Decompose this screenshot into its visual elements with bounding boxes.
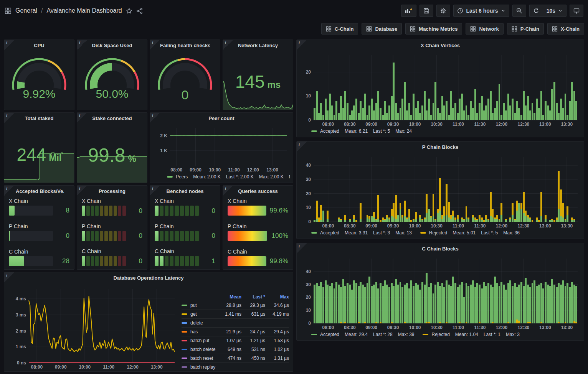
peer-count-chart[interactable]: 08:0009:0010:0011:0012:0013:001 K2 K [153, 124, 290, 173]
lcd-segment [185, 256, 189, 266]
panel-title[interactable]: Queries success [233, 186, 283, 197]
x-chain-vertices-chart[interactable]: 08:0008:3009:0009:3010:0010:3011:0011:30… [300, 51, 581, 127]
legend-item-rejected[interactable]: RejectedMean: 5.01Last *: 5Max: 36 [420, 230, 520, 236]
panel-title[interactable]: Database Operations Latency [14, 272, 283, 284]
panel-info-icon[interactable]: i [77, 40, 87, 50]
legend-series-name[interactable]: get [182, 311, 218, 317]
legend-item-accepted[interactable]: AcceptedMean: 3.31Last *: 3Max: 13 [311, 230, 412, 236]
legend-series-name[interactable]: put [182, 303, 218, 308]
panel-info-icon[interactable]: i [297, 243, 307, 253]
legend-table-header-cell[interactable]: Last * [241, 294, 265, 300]
legend-series-name[interactable]: batch reset [182, 356, 218, 361]
share-button[interactable] [136, 8, 143, 14]
dashboard-link-x-chain[interactable]: X-Chain [547, 23, 584, 35]
dashboard-link-machine-metrics[interactable]: Machine Metrics [405, 23, 462, 35]
panel-info-icon[interactable]: i [4, 113, 14, 123]
panel-info-icon[interactable]: i [297, 142, 307, 152]
svg-text:09:00: 09:00 [190, 167, 202, 173]
dashboard-link-database[interactable]: Database [362, 23, 402, 35]
legend-series-name[interactable]: delete [182, 320, 218, 326]
svg-text:10:30: 10:30 [431, 325, 443, 330]
lcd-segment [155, 256, 159, 266]
dashboard-link-c-chain[interactable]: C-Chain [321, 23, 358, 35]
panel-info-icon[interactable]: i [4, 186, 14, 196]
panel-title[interactable]: Stake connected [87, 113, 137, 124]
dashboard-link-label: C-Chain [335, 26, 354, 32]
dashboard-link-network[interactable]: Network [466, 23, 503, 35]
panel-title[interactable]: P Chain Blocks [307, 142, 574, 153]
panel-info-icon[interactable]: i [223, 186, 233, 196]
panel-info-icon[interactable]: i [150, 186, 160, 196]
panel-title[interactable]: C Chain Blocks [307, 243, 574, 255]
panel-title[interactable]: Disk Space Used [87, 40, 137, 51]
disk-value: 50.0% [77, 87, 147, 101]
dashboard-grid-icon [410, 26, 416, 32]
panel-title[interactable]: X Chain Vertices [307, 40, 574, 51]
legend-table-header-cell[interactable]: Mean [218, 294, 241, 300]
legend-swatch [311, 334, 317, 335]
svg-text:13:00: 13:00 [266, 167, 278, 173]
gauge-row-value: 0 [129, 207, 142, 215]
panel-info-icon[interactable]: i [4, 40, 14, 50]
panel-title[interactable]: Benched nodes [160, 186, 210, 197]
panel-title[interactable]: Processing [87, 186, 137, 197]
legend-series-name[interactable]: batch delete [182, 347, 218, 352]
add-panel-button[interactable] [401, 5, 416, 17]
legend-item-accepted[interactable]: AcceptedMean: 29.4Last *: 28Max: 39 [311, 332, 414, 337]
svg-text:11:00: 11:00 [103, 364, 114, 370]
panel-title[interactable]: Total staked [14, 113, 64, 124]
svg-text:11:30: 11:30 [474, 122, 486, 127]
panel-title[interactable]: Accepted Blocks/Ve... [14, 186, 64, 197]
legend-item-accepted[interactable]: AcceptedMean: 6.21Last *: 5Max: 24 [311, 129, 412, 134]
legend-item-peers[interactable]: PeersMean: 2.00 KLast *: 2.00 KMax: 2.00… [167, 174, 290, 180]
lcd-segment [165, 256, 168, 266]
db-latency-chart[interactable]: 08:0009:0010:0011:0012:0013:000 ns1 ms2 … [8, 285, 178, 370]
panel-info-icon[interactable]: i [77, 113, 87, 123]
panel-info-icon[interactable]: i [77, 186, 87, 196]
lcd-segment [175, 256, 178, 266]
legend-series-name[interactable]: batch put [182, 338, 218, 343]
gauge-row-p-chain: P Chain0 [9, 223, 69, 241]
legend-stat-value: 34.6 µs [265, 303, 289, 308]
c-chain-blocks-chart[interactable]: 08:0008:3009:0009:3010:0010:3011:0011:30… [300, 255, 581, 330]
chevron-down-icon [501, 8, 505, 13]
legend-stat: Mean: 3.31 [345, 230, 368, 236]
gauge-row-value: 99.6% [270, 207, 288, 214]
panel-info-icon[interactable]: i [150, 40, 160, 50]
panel-title[interactable]: Failing health checks [160, 40, 210, 51]
svg-text:0: 0 [308, 219, 311, 224]
refresh-button[interactable] [529, 5, 543, 17]
gauge-row-value: 100% [271, 232, 288, 240]
dashboard-grid-icon [366, 26, 372, 32]
panel-title[interactable]: CPU [14, 40, 64, 51]
panel-info-icon[interactable]: i [223, 40, 233, 50]
gauge-row-c-chain: C Chain0 [82, 248, 142, 266]
refresh-interval-label: 10s [547, 8, 555, 14]
legend-series-name[interactable]: batch replay [182, 364, 218, 370]
svg-text:10:00: 10:00 [409, 122, 421, 127]
lcd-segment [95, 206, 99, 216]
panel-info-icon[interactable]: i [297, 40, 307, 50]
dashboard-link-p-chain[interactable]: P-Chain [507, 23, 544, 35]
page-title[interactable]: Avalanche Main Dashboard [46, 7, 122, 14]
legend-series-name[interactable]: has [182, 329, 218, 334]
zoom-out-button[interactable] [512, 5, 526, 17]
tv-mode-button[interactable] [570, 5, 583, 17]
svg-text:09:30: 09:30 [387, 122, 399, 127]
disk-gauge [83, 52, 141, 91]
star-button[interactable] [126, 8, 132, 14]
refresh-interval-dropdown[interactable]: 10s [543, 5, 567, 17]
dashboard-settings-button[interactable] [436, 5, 450, 17]
p-chain-blocks-chart[interactable]: 08:0008:3009:0009:3010:0010:3011:0011:30… [300, 153, 581, 229]
lcd-segment [185, 231, 189, 241]
svg-text:30: 30 [306, 282, 311, 287]
panel-info-icon[interactable]: i [4, 272, 14, 282]
legend-table-header-cell[interactable]: Max [265, 294, 289, 300]
time-range-picker[interactable]: Last 6 hours [453, 5, 509, 17]
panel-title[interactable]: Peer count [160, 113, 283, 124]
panel-info-icon[interactable]: i [150, 113, 160, 123]
legend-item-rejected[interactable]: RejectedMean: 1.04Last *: 1Max: 3 [423, 332, 519, 337]
panel-title[interactable]: Network Latency [233, 40, 283, 51]
breadcrumb-section[interactable]: General [15, 7, 37, 14]
save-dashboard-button[interactable] [420, 5, 433, 17]
